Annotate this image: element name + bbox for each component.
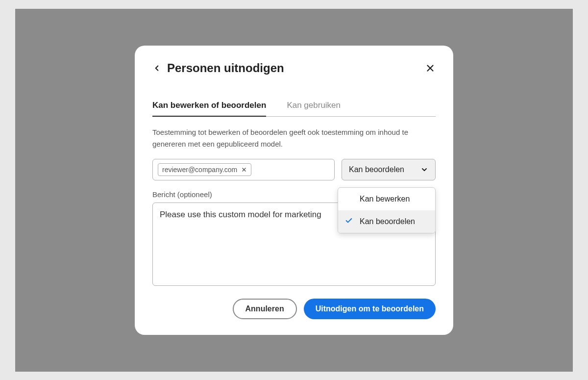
- header-left: Personen uitnodigen: [152, 61, 284, 75]
- role-select-value: Kan beoordelen: [349, 165, 404, 174]
- tabs: Kan bewerken of beoordelen Kan gebruiken: [152, 101, 436, 117]
- dialog-footer: Annuleren Uitnodigen om te beoordelen: [152, 299, 436, 319]
- dropdown-option-review-label: Kan beoordelen: [360, 217, 415, 226]
- close-icon: [241, 167, 247, 173]
- cancel-button[interactable]: Annuleren: [233, 299, 297, 319]
- dialog-header: Personen uitnodigen: [152, 61, 436, 75]
- tab-use[interactable]: Kan gebruiken: [277, 101, 351, 116]
- invite-button[interactable]: Uitnodigen om te beoordelen: [304, 299, 436, 319]
- invite-people-dialog: Personen uitnodigen Kan bewerken of beoo…: [135, 46, 453, 335]
- check-icon: [345, 217, 353, 227]
- dropdown-option-review[interactable]: Kan beoordelen: [338, 210, 435, 233]
- chevron-down-icon: [420, 166, 428, 174]
- close-button[interactable]: [425, 63, 436, 74]
- input-row: reviewer@company.com Kan beoordelen Kan …: [152, 159, 436, 180]
- dropdown-option-edit[interactable]: Kan bewerken: [338, 188, 435, 210]
- email-input[interactable]: reviewer@company.com: [152, 159, 335, 180]
- role-select[interactable]: Kan beoordelen: [342, 159, 436, 180]
- email-chip: reviewer@company.com: [158, 163, 251, 176]
- email-chip-text: reviewer@company.com: [162, 166, 237, 174]
- close-icon: [425, 63, 436, 74]
- remove-chip-button[interactable]: [241, 167, 247, 173]
- modal-backdrop: Personen uitnodigen Kan bewerken of beoo…: [15, 9, 573, 372]
- role-dropdown-menu: Kan bewerken Kan beoordelen: [338, 187, 436, 233]
- tab-edit-review[interactable]: Kan bewerken of beoordelen: [152, 101, 277, 116]
- tab-description: Toestemming tot bewerken of beoordelen g…: [152, 127, 436, 150]
- dialog-title: Personen uitnodigen: [167, 61, 284, 75]
- back-button[interactable]: [152, 64, 161, 73]
- chevron-left-icon: [152, 64, 161, 73]
